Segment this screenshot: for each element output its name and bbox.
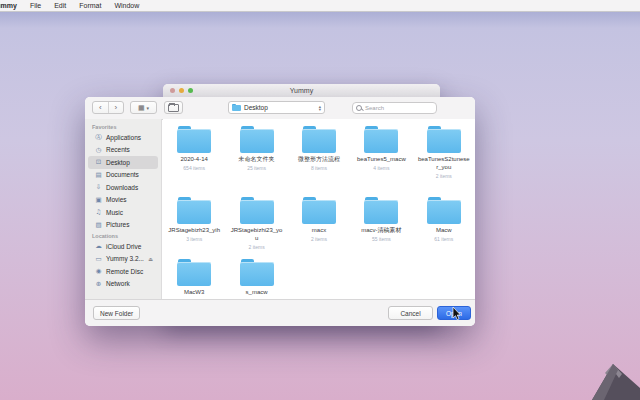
folder-icon — [240, 259, 274, 286]
traffic-lights — [170, 88, 193, 93]
folder-icon — [240, 126, 274, 153]
location-popup-label: Desktop — [244, 104, 319, 111]
folder-item-2020-4-14[interactable]: 2020-4-14 654 items — [163, 119, 225, 190]
network-icon: ⊕ — [95, 280, 102, 288]
folder-item-process[interactable]: 微整形方法流程 8 items — [288, 119, 350, 190]
folder-icon — [427, 126, 461, 153]
sidebar-item-yummy-disk[interactable]: ▭ Yummy 3.2... ⏏ — [88, 253, 158, 266]
movies-icon: ▣ — [95, 196, 102, 204]
forward-icon[interactable]: › — [108, 102, 124, 113]
favorites-header: Favorites — [85, 122, 161, 131]
window-titlebar[interactable]: Yummy — [163, 84, 440, 98]
sidebar-item-desktop[interactable]: ⊡ Desktop — [88, 156, 158, 169]
search-icon — [356, 105, 362, 111]
folder-item-macw3[interactable]: MacW3 7 items — [163, 252, 225, 300]
menu-item-format[interactable]: Format — [79, 2, 101, 9]
music-icon: ♫ — [95, 208, 102, 216]
applications-icon: Ⓐ — [95, 133, 102, 142]
documents-icon: ▤ — [95, 171, 102, 179]
search-input[interactable]: Search — [352, 102, 437, 114]
folder-item-macv-assets[interactable]: macv-清稿素材 55 items — [350, 190, 412, 252]
folder-item-untitled[interactable]: 未命名文件夹 25 items — [225, 119, 287, 190]
menu-item-file[interactable]: File — [30, 2, 41, 9]
eject-icon[interactable]: ⏏ — [148, 256, 153, 262]
desktop-icon: ⊡ — [95, 158, 102, 166]
pictures-icon: ▨ — [95, 221, 102, 229]
mouse-cursor — [452, 307, 462, 321]
close-button[interactable] — [170, 88, 175, 93]
minimize-button[interactable] — [179, 88, 184, 93]
disk-icon: ▭ — [95, 255, 102, 263]
folder-icon — [177, 197, 211, 224]
window-title: Yummy — [290, 87, 313, 94]
cancel-button[interactable]: Cancel — [388, 306, 433, 320]
dialog-toolbar: ‹ › ▦ ▾ Desktop ▴▾ Search — [85, 97, 475, 120]
sidebar-item-recents[interactable]: ◷ Recents — [88, 144, 158, 157]
folder-item-macw[interactable]: Macw 61 items — [413, 190, 475, 252]
folder-icon — [364, 126, 398, 153]
folder-icon — [240, 197, 274, 224]
folder-mini-icon — [232, 104, 241, 111]
folder-item-jrstage-yih[interactable]: JRStagebizh23_yih 3 items — [163, 190, 225, 252]
back-icon[interactable]: ‹ — [93, 102, 108, 113]
menu-item-edit[interactable]: Edit — [54, 2, 66, 9]
folder-item-beatuness2[interactable]: beaTunesS2tuneser_you 2 items — [413, 119, 475, 190]
location-popup[interactable]: Desktop ▴▾ — [228, 101, 325, 114]
folder-icon — [177, 259, 211, 286]
sidebar-item-movies[interactable]: ▣ Movies — [88, 194, 158, 207]
folder-view-button[interactable] — [164, 101, 183, 114]
folder-icon — [364, 197, 398, 224]
chevron-down-icon: ▾ — [147, 105, 150, 111]
dialog-footer: New Folder Cancel Open — [85, 299, 475, 326]
recents-icon: ◷ — [95, 146, 102, 154]
sidebar-item-applications[interactable]: Ⓐ Applications — [88, 131, 158, 144]
locations-header: Locations — [85, 231, 161, 240]
popup-stepper-icon: ▴▾ — [319, 105, 321, 111]
zoom-button[interactable] — [188, 88, 193, 93]
icloud-icon: ☁ — [95, 242, 102, 250]
sidebar-item-network[interactable]: ⊕ Network — [88, 278, 158, 291]
sidebar-item-icloud-drive[interactable]: ☁ iCloud Drive — [88, 240, 158, 253]
file-grid: 2020-4-14 654 items 未命名文件夹 25 items 微整形方… — [163, 119, 475, 300]
grid-view-icon: ▦ — [138, 104, 145, 112]
folder-item-s-macw[interactable]: s_macw 2 items — [225, 252, 287, 300]
sidebar-item-pictures[interactable]: ▨ Pictures — [88, 219, 158, 232]
sidebar-item-downloads[interactable]: ⇩ Downloads — [88, 181, 158, 194]
remote-disc-icon: ◉ — [95, 267, 102, 275]
folder-icon — [427, 197, 461, 224]
sidebar-item-music[interactable]: ♫ Music — [88, 206, 158, 219]
menu-bar: Yummy File Edit Format Window — [0, 0, 640, 12]
downloads-icon: ⇩ — [95, 183, 102, 191]
folder-icon — [302, 197, 336, 224]
menu-item-window[interactable]: Window — [114, 2, 139, 9]
folder-outline-icon — [168, 104, 179, 112]
folder-item-jrstage-you[interactable]: JRStagebizhi23_you 2 items — [225, 190, 287, 252]
mountain-peak — [570, 358, 640, 400]
folder-item-beatunes5[interactable]: beaTunes5_macw 4 items — [350, 119, 412, 190]
view-mode-button[interactable]: ▦ ▾ — [130, 101, 157, 114]
search-placeholder: Search — [365, 105, 384, 111]
folder-icon — [302, 126, 336, 153]
folder-icon — [177, 126, 211, 153]
menu-app-name[interactable]: Yummy — [0, 2, 17, 9]
dialog-sidebar: Favorites Ⓐ Applications ◷ Recents ⊡ Des… — [85, 119, 162, 300]
desktop: Yummy File Edit Format Window Yummy ‹ › … — [0, 0, 640, 400]
new-folder-button[interactable]: New Folder — [93, 306, 140, 320]
sidebar-item-documents[interactable]: ▤ Documents — [88, 169, 158, 182]
sidebar-item-remote-disc[interactable]: ◉ Remote Disc — [88, 265, 158, 278]
folder-item-macx[interactable]: macx 2 items — [288, 190, 350, 252]
nav-buttons: ‹ › — [92, 101, 124, 114]
open-dialog: ‹ › ▦ ▾ Desktop ▴▾ Search — [85, 97, 475, 326]
